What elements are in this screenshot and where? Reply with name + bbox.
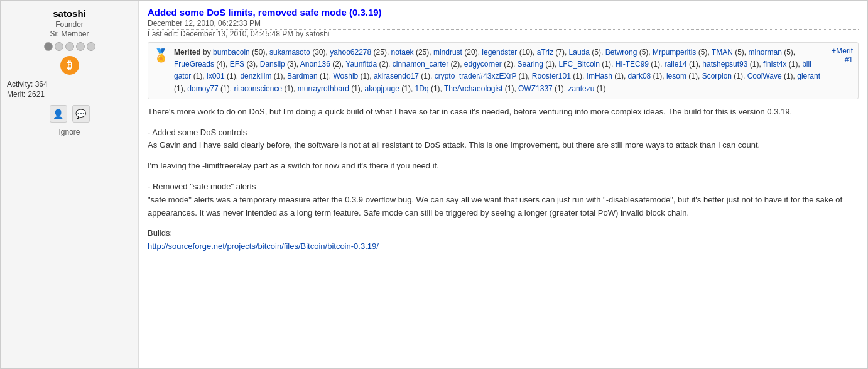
meritor-link[interactable]: bumbacoin [213,48,250,57]
meritor-link[interactable]: hatshepsut93 [702,60,747,69]
meritor-link[interactable]: minorman [749,48,782,57]
post-header: Added some DoS limits, removed safe mode… [148,7,859,38]
dot-4 [76,42,85,51]
dot-1 [44,42,53,51]
meritor-link[interactable]: denzkilim [240,72,271,80]
meritor-link[interactable]: ralle14 [665,60,687,69]
meritor-link[interactable]: akopjpuge [364,84,399,93]
meritor-link[interactable]: finist4x [763,60,786,69]
meritor-link[interactable]: Yaunfitda [345,60,377,69]
meritor-link[interactable]: EFS [230,60,244,69]
meritor-link[interactable]: HI-TEC99 [616,60,649,69]
section1-header: - Added some DoS controls [148,128,247,137]
meritor-link[interactable]: legendster [482,48,517,57]
meritor-link[interactable]: dark08 [628,72,651,80]
meritor-link[interactable]: crypto_trader#43xzEXrP [435,72,517,80]
meritor-link[interactable]: Lauda [569,48,590,57]
body-section1: - Added some DoS controls As Gavin and I… [148,126,859,153]
meritor-link[interactable]: LFC_Bitcoin [559,60,600,69]
meritor-link[interactable]: Searing [518,60,543,69]
user-actions: 👤 💬 [50,105,90,123]
builds-link[interactable]: http://sourceforge.net/projects/bitcoin/… [148,241,379,251]
merit-text: Merited by bumbacoin (50), sukamasoto (3… [174,47,827,95]
merit-plus-link[interactable]: +Merit [832,47,853,55]
body-para1: There's more work to do on DoS, but I'm … [148,106,859,119]
dot-3 [65,42,74,51]
section2-header: - Removed "safe mode" alerts [148,182,256,191]
meritor-link[interactable]: aTriz [537,48,553,57]
builds-section: Builds: http://sourceforge.net/projects/… [148,227,859,253]
ignore-link[interactable]: Ignore [58,128,80,136]
meritor-link[interactable]: Rooster101 [532,72,571,80]
meritor-link[interactable]: glerant [797,72,820,80]
meritor-link[interactable]: lesom [666,72,686,80]
merit-award-icon: 🏅 [153,48,169,63]
meritor-link[interactable]: edgycorner [464,60,502,69]
meritor-link[interactable]: Bardman [287,72,318,80]
post-lastedit: Last edit: December 13, 2010, 04:45:48 P… [148,30,859,38]
meritor-link[interactable]: Scorpion [702,72,732,80]
rank-dots [44,42,95,51]
meritor-link[interactable]: FrueGreads [174,60,214,69]
message-icon[interactable]: 💬 [72,105,90,123]
post-title[interactable]: Added some DoS limits, removed safe mode… [148,7,382,18]
meritor-link[interactable]: TMAN [712,48,733,57]
dot-2 [55,42,63,51]
post-date: December 12, 2010, 06:22:33 PM [148,19,859,30]
meritor-link[interactable]: OWZ1337 [518,84,553,93]
bitcoin-icon: ₿ [60,56,79,75]
user-sidebar: satoshi Founder Sr. Member ₿ Activity: 3… [1,1,139,368]
meritor-link[interactable]: TheArchaeologist [444,84,502,93]
post-container: satoshi Founder Sr. Member ₿ Activity: 3… [0,0,868,369]
activity-stat: Activity: 364 [7,80,132,89]
user-rank: Sr. Member [50,30,89,38]
meritor-link[interactable]: lx001 [207,72,225,80]
meritor-link[interactable]: akirasendo17 [374,72,419,80]
meritor-link[interactable]: mindrust [433,48,462,57]
meritor-link[interactable]: Anon136 [300,60,330,69]
username: satoshi [53,8,86,19]
merit-section: 🏅 Merited by bumbacoin (50), sukamasoto … [148,42,859,99]
meritor-link[interactable]: Betwrong [605,48,637,57]
meritor-link[interactable]: sukamasoto [269,48,310,57]
user-title: Founder [55,20,84,29]
merit-hash: #1 [845,55,853,64]
meritor-link[interactable]: zantezu [568,84,594,93]
meritor-link[interactable]: domoy77 [187,84,218,93]
section2-text: "safe mode" alerts was a temporary measu… [148,195,842,218]
meritor-link[interactable]: Woshib [333,72,358,80]
dot-5 [87,42,95,51]
meritor-link[interactable]: Danslip [260,60,285,69]
meritor-link[interactable]: yahoo62278 [330,48,371,57]
meritor-link[interactable]: murrayrothbard [298,84,349,93]
body-section2: - Removed "safe mode" alerts "safe mode"… [148,180,859,219]
meritor-link[interactable]: 1Dq [415,84,429,93]
merit-stat: Merit: 2621 [7,90,132,99]
meritor-link[interactable]: ImHash [587,72,612,80]
post-content-area: Added some DoS limits, removed safe mode… [139,1,867,368]
user-stats: Activity: 364 Merit: 2621 [7,80,132,100]
meritor-link[interactable]: CoolWave [747,72,782,80]
meritor-link[interactable]: cinnamon_carter [393,60,448,69]
meritor-link[interactable]: Mrpumperitis [653,48,696,57]
profile-icon[interactable]: 👤 [50,105,67,123]
meritor-link[interactable]: ritaconscience [234,84,282,93]
section1-text: As Gavin and I have said clearly before,… [148,140,760,150]
meritor-link[interactable]: notaek [391,48,414,57]
post-body: There's more work to do on DoS, but I'm … [148,106,859,253]
builds-label: Builds: [148,228,172,238]
merit-plus-area: +Merit #1 [832,47,853,64]
body-para2: I'm leaving the -limitfreerelay part as … [148,160,859,173]
